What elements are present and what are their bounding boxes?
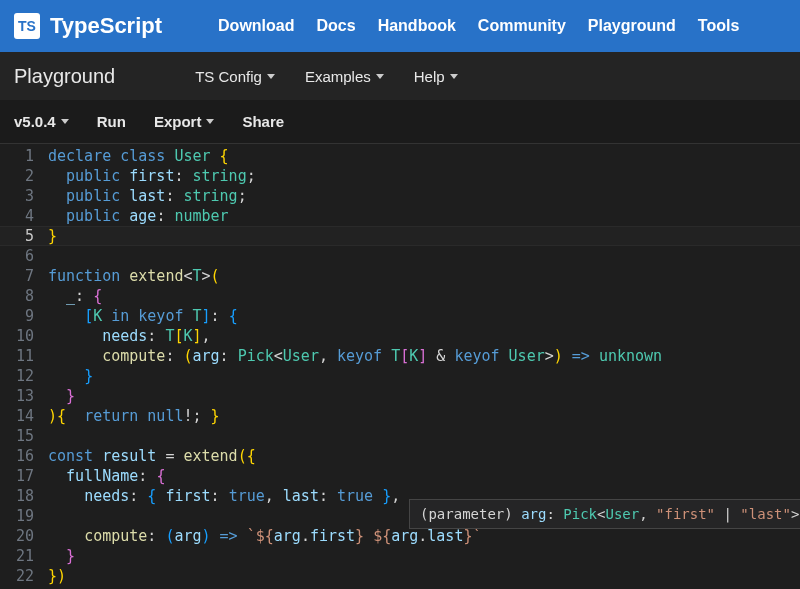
line-number: 2 bbox=[0, 166, 34, 186]
chevron-down-icon bbox=[61, 119, 69, 124]
line-number: 12 bbox=[0, 366, 34, 386]
nav-tools[interactable]: Tools bbox=[698, 17, 739, 35]
code-line[interactable]: compute: (arg) => `${arg.first} ${arg.la… bbox=[48, 526, 662, 546]
code-line[interactable]: public last: string; bbox=[48, 186, 662, 206]
top-nav: Download Docs Handbook Community Playgro… bbox=[218, 17, 739, 35]
menu-ts-config-label: TS Config bbox=[195, 68, 262, 85]
chevron-down-icon bbox=[206, 119, 214, 124]
code-line[interactable]: } bbox=[48, 386, 662, 406]
code-line[interactable]: ){ return null!; } bbox=[48, 406, 662, 426]
share-button[interactable]: Share bbox=[242, 113, 284, 130]
line-number: 14 bbox=[0, 406, 34, 426]
line-gutter: 12345678910111213141516171819202122 bbox=[0, 144, 48, 589]
hover-type: Pick bbox=[563, 506, 597, 522]
code-line[interactable]: public age: number bbox=[48, 206, 662, 226]
code-line[interactable]: }) bbox=[48, 566, 662, 586]
subbar: Playground TS Config Examples Help bbox=[0, 52, 800, 100]
line-number: 6 bbox=[0, 246, 34, 266]
code-line[interactable] bbox=[48, 246, 662, 266]
chevron-down-icon bbox=[450, 74, 458, 79]
hover-prefix: (parameter) bbox=[420, 506, 521, 522]
menu-ts-config[interactable]: TS Config bbox=[195, 68, 275, 85]
line-number: 16 bbox=[0, 446, 34, 466]
line-number: 22 bbox=[0, 566, 34, 586]
page-title: Playground bbox=[14, 65, 115, 88]
hover-tooltip: (parameter) arg: Pick<User, "first" | "l… bbox=[409, 499, 800, 529]
line-number: 20 bbox=[0, 526, 34, 546]
run-label: Run bbox=[97, 113, 126, 130]
code-line[interactable]: [K in keyof T]: { bbox=[48, 306, 662, 326]
code-line[interactable]: needs: T[K], bbox=[48, 326, 662, 346]
code-line[interactable] bbox=[48, 426, 662, 446]
hover-param-name: arg bbox=[521, 506, 546, 522]
chevron-down-icon bbox=[376, 74, 384, 79]
topbar: TS TypeScript Download Docs Handbook Com… bbox=[0, 0, 800, 52]
line-number: 17 bbox=[0, 466, 34, 486]
code-editor[interactable]: 12345678910111213141516171819202122 decl… bbox=[0, 144, 800, 589]
line-number: 13 bbox=[0, 386, 34, 406]
line-number: 15 bbox=[0, 426, 34, 446]
line-number: 10 bbox=[0, 326, 34, 346]
export-label: Export bbox=[154, 113, 202, 130]
line-number: 8 bbox=[0, 286, 34, 306]
run-button[interactable]: Run bbox=[97, 113, 126, 130]
export-dropdown[interactable]: Export bbox=[154, 113, 215, 130]
line-number: 7 bbox=[0, 266, 34, 286]
version-label: v5.0.4 bbox=[14, 113, 56, 130]
line-number: 5 bbox=[0, 226, 34, 246]
line-number: 4 bbox=[0, 206, 34, 226]
line-number: 11 bbox=[0, 346, 34, 366]
code-line[interactable]: } bbox=[48, 366, 662, 386]
share-label: Share bbox=[242, 113, 284, 130]
code-line[interactable]: declare class User { bbox=[48, 146, 662, 166]
code-line[interactable]: public first: string; bbox=[48, 166, 662, 186]
menu-help[interactable]: Help bbox=[414, 68, 458, 85]
code-line[interactable]: } bbox=[48, 546, 662, 566]
menu-help-label: Help bbox=[414, 68, 445, 85]
code-line[interactable]: compute: (arg: Pick<User, keyof T[K] & k… bbox=[48, 346, 662, 366]
toolbar: v5.0.4 Run Export Share bbox=[0, 100, 800, 144]
chevron-down-icon bbox=[267, 74, 275, 79]
line-number: 21 bbox=[0, 546, 34, 566]
playground-menu: TS Config Examples Help bbox=[195, 68, 457, 85]
nav-docs[interactable]: Docs bbox=[317, 17, 356, 35]
menu-examples[interactable]: Examples bbox=[305, 68, 384, 85]
brand-name[interactable]: TypeScript bbox=[50, 13, 162, 39]
menu-examples-label: Examples bbox=[305, 68, 371, 85]
nav-handbook[interactable]: Handbook bbox=[378, 17, 456, 35]
code-line[interactable]: } bbox=[48, 226, 662, 246]
code-line[interactable]: _: { bbox=[48, 286, 662, 306]
code-line[interactable]: fullName: { bbox=[48, 466, 662, 486]
line-number: 1 bbox=[0, 146, 34, 166]
line-number: 9 bbox=[0, 306, 34, 326]
line-number: 3 bbox=[0, 186, 34, 206]
line-number: 19 bbox=[0, 506, 34, 526]
nav-community[interactable]: Community bbox=[478, 17, 566, 35]
code-line[interactable]: const result = extend({ bbox=[48, 446, 662, 466]
version-dropdown[interactable]: v5.0.4 bbox=[14, 113, 69, 130]
nav-playground[interactable]: Playground bbox=[588, 17, 676, 35]
line-number: 18 bbox=[0, 486, 34, 506]
ts-logo-icon: TS bbox=[14, 13, 40, 39]
code-line[interactable]: function extend<T>( bbox=[48, 266, 662, 286]
nav-download[interactable]: Download bbox=[218, 17, 294, 35]
